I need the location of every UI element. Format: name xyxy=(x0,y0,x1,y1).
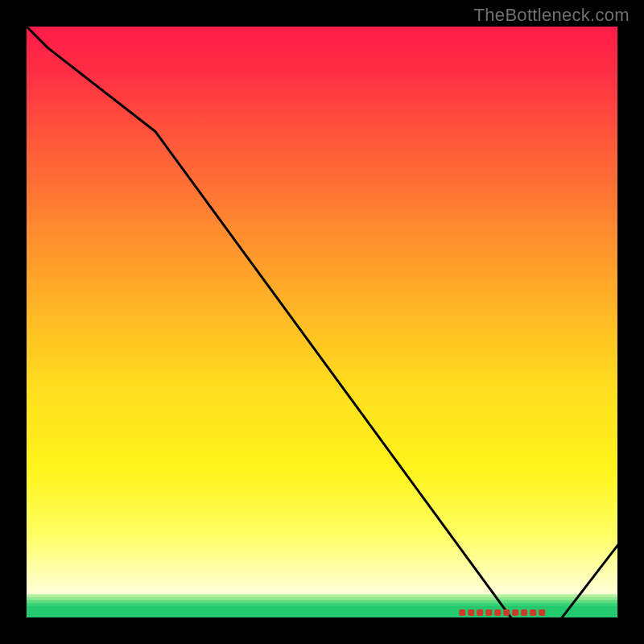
svg-rect-18 xyxy=(530,609,536,616)
svg-rect-14 xyxy=(494,609,501,616)
svg-rect-11 xyxy=(468,609,474,616)
svg-rect-17 xyxy=(521,609,527,616)
svg-rect-13 xyxy=(485,609,492,616)
plot-background xyxy=(24,24,620,620)
svg-rect-15 xyxy=(503,609,510,616)
svg-rect-10 xyxy=(459,609,465,616)
svg-rect-19 xyxy=(539,609,545,616)
svg-rect-12 xyxy=(477,609,483,616)
svg-rect-16 xyxy=(512,609,518,616)
chart-svg xyxy=(0,0,644,644)
chart-container: TheBottleneck.com xyxy=(0,0,644,644)
